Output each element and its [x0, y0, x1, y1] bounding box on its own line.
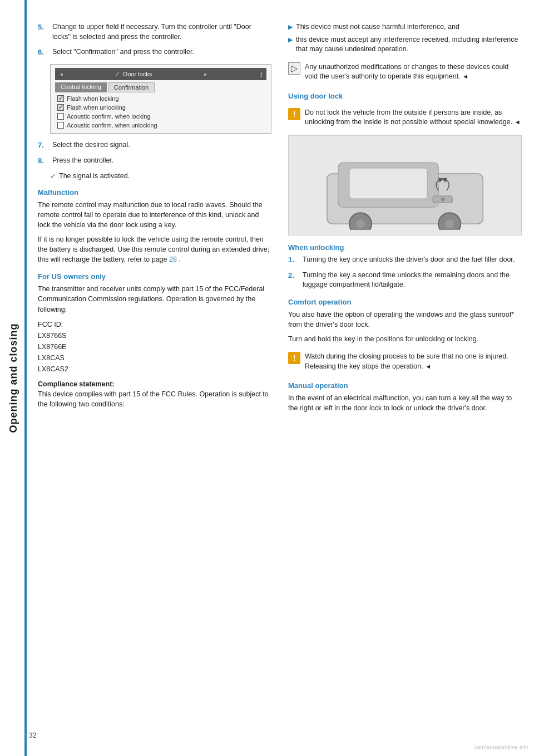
note-text-content: Any unauthorized modifications or change…	[305, 63, 508, 81]
checkmark-symbol: ✓	[50, 172, 56, 180]
malfunction-heading: Malfunction	[38, 188, 271, 197]
sidebar-label: Opening and closing	[8, 323, 19, 433]
svg-point-4	[441, 198, 444, 202]
bullet-item-1: ▶ this device must accept any interferen…	[288, 35, 522, 55]
comfort-warning-text: Watch during the closing process to be s…	[305, 352, 522, 371]
comfort-end-mark: ◄	[425, 363, 431, 370]
door-lock-warning-content: Do not lock the vehicle from the outside…	[305, 109, 512, 126]
comfort-warning: ! Watch during the closing process to be…	[288, 350, 522, 374]
svg-rect-2	[349, 168, 427, 199]
menu-item-1: Flash when unlocking	[55, 103, 266, 112]
note-box: ▷ Any unauthorized modifications or chan…	[288, 60, 522, 84]
menu-item-label-0: Flash when locking	[67, 95, 119, 102]
door-lock-warning: ! Do not lock the vehicle from the outsi…	[288, 106, 522, 130]
fcc-id-3: LX8CAS	[38, 352, 271, 364]
page-number: 32	[29, 732, 36, 739]
step-5-number: 5.	[38, 22, 50, 42]
step-5: 5. Change to upper field if necessary. T…	[38, 22, 271, 42]
sidebar: Opening and closing	[0, 0, 27, 756]
fcc-id-1: LX8766S	[38, 330, 271, 341]
comfort-para1: You also have the option of operating th…	[288, 310, 522, 330]
for-us-owners-para1: The transmitter and receiver units compl…	[38, 284, 271, 314]
note-text: Any unauthorized modifications or change…	[305, 62, 522, 82]
menu-item-label-1: Flash when unlocking	[67, 104, 126, 111]
menu-item-label-3: Acoustic confirm. when unlocking	[67, 122, 157, 129]
step-7: 7. Select the desired signal.	[38, 140, 271, 150]
step-7-text: Select the desired signal.	[52, 140, 271, 150]
checkbox-acoustic-unlocking	[57, 122, 64, 129]
left-column: 5. Change to upper field if necessary. T…	[38, 22, 271, 734]
tab-confirmation[interactable]: Confirmation	[108, 82, 155, 92]
menu-title-bar: ◄ ✓ Door locks ► ↕	[55, 68, 266, 80]
right-column: ▶ This device must not cause harmful int…	[288, 22, 522, 734]
unlock-step-1-number: 1.	[288, 255, 300, 265]
for-us-owners-heading: For US owners only	[38, 272, 271, 281]
step-6-text: Select "Confirmation" and press the cont…	[52, 47, 271, 57]
manual-para: In the event of an electrical malfunctio…	[288, 393, 522, 413]
malfunction-page-link[interactable]: 28	[169, 256, 177, 263]
menu-tabs: Central locking Confirmation	[55, 82, 266, 92]
page-container: Opening and closing 5. Change to upper f…	[0, 0, 534, 756]
fcc-id-2: LX8766E	[38, 341, 271, 352]
manual-operation-heading: Manual operation	[288, 381, 522, 390]
comfort-operation-heading: Comfort operation	[288, 298, 522, 306]
nav-left: ◄	[58, 71, 64, 77]
step-5-text: Change to upper field if necessary. Turn…	[52, 22, 271, 42]
main-content: 5. Change to upper field if necessary. T…	[27, 0, 534, 756]
watermark: carmanualsonline.info	[474, 744, 528, 750]
bullet-item-0: ▶ This device must not cause harmful int…	[288, 22, 522, 32]
fcc-id-0: FCC ID:	[38, 319, 271, 330]
scroll-icon: ↕	[259, 70, 263, 78]
menu-item-0: Flash when locking	[55, 94, 266, 103]
malfunction-para2: If it is no longer possible to lock the …	[38, 234, 271, 264]
nav-right: ►	[203, 71, 209, 77]
tab-central-locking[interactable]: Central locking	[55, 82, 107, 92]
using-door-lock-heading: Using door lock	[288, 92, 522, 100]
unlock-step-1-text: Turning the key once unlocks the driver'…	[303, 255, 522, 265]
note-end-mark: ◄	[462, 73, 468, 80]
unlock-step-2-number: 2.	[288, 271, 300, 290]
door-lock-warning-text: Do not lock the vehicle from the outside…	[305, 108, 522, 127]
unlock-step-1: 1. Turning the key once unlocks the driv…	[288, 255, 522, 265]
car-svg	[300, 140, 510, 229]
malfunction-para1: The remote control may malfunction due t…	[38, 200, 271, 230]
unlock-step-2-text: Turning the key a second time unlocks th…	[303, 271, 522, 290]
menu-item-2: Acoustic confirm. when locking	[55, 112, 266, 121]
compliance-heading: Compliance statement:	[38, 380, 115, 388]
warning-icon-door-lock: !	[288, 108, 300, 120]
checkbox-flash-unlocking	[57, 104, 64, 111]
fcc-id-4: LX8CAS2	[38, 364, 271, 375]
note-icon: ▷	[288, 62, 300, 75]
comfort-warning-content: Watch during the closing process to be s…	[305, 352, 508, 370]
bullet-text-0: This device must not cause harmful inter…	[296, 22, 459, 32]
bullet-triangle-0: ▶	[288, 23, 293, 31]
bullet-text-1: this device must accept any interference…	[296, 35, 522, 55]
checkmark-item: ✓ The signal is activated.	[50, 172, 271, 180]
checkbox-flash-locking	[57, 95, 64, 102]
menu-item-label-2: Acoustic confirm. when locking	[67, 113, 150, 120]
step-8: 8. Press the controller.	[38, 156, 271, 166]
step-6-number: 6.	[38, 47, 50, 57]
door-lock-end-mark: ◄	[515, 119, 521, 125]
malfunction-para2-end: .	[179, 256, 180, 263]
unlock-step-2: 2. Turning the key a second time unlocks…	[288, 271, 522, 290]
step-6: 6. Select "Confirmation" and press the c…	[38, 47, 271, 57]
menu-item-3: Acoustic confirm. when unlocking	[55, 121, 266, 130]
step-8-number: 8.	[38, 156, 50, 166]
when-unlocking-heading: When unlocking	[288, 243, 522, 252]
step-8-text: Press the controller.	[52, 156, 271, 166]
menu-title: Door locks	[123, 71, 152, 77]
warning-icon-comfort: !	[288, 352, 300, 364]
sidebar-blue-bar	[24, 0, 27, 756]
bullet-triangle-1: ▶	[288, 36, 293, 43]
compliance-statement: Compliance statement: This device compli…	[38, 379, 271, 409]
fcc-ids: FCC ID: LX8766S LX8766E LX8CAS LX8CAS2	[38, 319, 271, 375]
checkmark-label: The signal is activated.	[59, 172, 130, 180]
step-7-number: 7.	[38, 140, 50, 150]
compliance-text: This device complies with part 15 of the…	[38, 390, 269, 408]
svg-point-8	[445, 220, 454, 229]
svg-point-6	[356, 220, 365, 229]
checkmark-icon: ✓	[115, 70, 120, 78]
comfort-para2: Turn and hold the key in the positions f…	[288, 334, 522, 344]
car-illustration	[288, 135, 522, 235]
